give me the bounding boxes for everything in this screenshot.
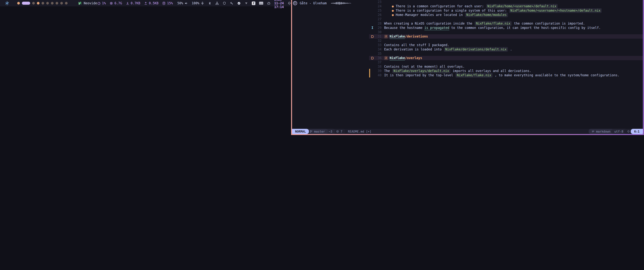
gutter-sign — [370, 69, 374, 73]
workspace-active-pill[interactable] — [22, 2, 30, 5]
check-circle-icon[interactable] — [237, 2, 241, 5]
heading-level-icon: 2 — [384, 56, 388, 60]
workspace-dot[interactable] — [17, 2, 20, 5]
line-number: 24 — [374, 4, 382, 9]
stat-cpu-load: 1% — [97, 1, 106, 5]
keyboard-icon[interactable] — [259, 2, 263, 5]
statusline-right: markdownutf-86:1 — [588, 129, 643, 134]
system-stats: 1%6.7G0.7KB0.5KB15% — [97, 1, 173, 5]
line-content: ● There is a common configuration for ea… — [382, 4, 558, 9]
system-tray: 50% 100% Z 2025-11-24 17:14 — [177, 0, 291, 9]
editor-line[interactable]: 37 — [369, 60, 643, 65]
heading2-sign-icon — [371, 57, 374, 59]
mode-indicator: NORMAL — [292, 129, 309, 134]
line-number: 32 — [374, 39, 382, 43]
gutter-sign — [370, 60, 374, 65]
line-content: Contains all the stuff I packaged. — [382, 43, 449, 47]
editor-line[interactable]: 24 ● There is a common configuration for… — [369, 4, 643, 9]
line-content: 2NixFlake/overlays — [382, 56, 422, 60]
workspace-dot[interactable] — [51, 2, 54, 5]
text-token: the common configuration is imported. — [512, 21, 585, 26]
text-token: ● — [392, 13, 394, 17]
list-icon — [592, 130, 594, 133]
gutter-sign — [370, 13, 374, 17]
line-number: 28 — [374, 21, 382, 26]
heading-level-icon: 2 — [384, 35, 388, 38]
editor-line[interactable]: 28When creating a NixOS configuration in… — [369, 21, 643, 26]
statusline-segment: README.md [+] — [346, 130, 374, 133]
editor-line[interactable]: 30 — [369, 30, 643, 34]
editor-line[interactable]: 35 — [369, 52, 643, 56]
line-number: 25 — [374, 9, 382, 13]
list-segment: markdown — [588, 129, 614, 134]
editor[interactable]: 51NixOS Configuration4I3Modular NixOS co… — [369, 0, 643, 129]
text-token: Because the hostname — [384, 26, 424, 30]
line-content: Each derivation is loaded into NixFlake/… — [382, 47, 512, 52]
disk-icon — [162, 2, 166, 5]
editor-line[interactable]: 23 — [369, 0, 643, 4]
inline-code: NixFlake/home/<username>/<hostname>/defa… — [509, 8, 602, 13]
text-token: There is a configuration for a single sy… — [394, 9, 509, 13]
editor-line[interactable]: I29Because the hostname is propagated to… — [369, 26, 643, 30]
diagnostic-info-sign: I — [372, 26, 373, 30]
keyring-icon[interactable] — [230, 2, 234, 5]
bluetooth-icon[interactable] — [208, 2, 212, 5]
line-number: 26 — [374, 13, 382, 17]
workspace-dot[interactable] — [37, 2, 40, 5]
workspace-dot[interactable] — [46, 2, 49, 5]
editor-line[interactable]: 25 ● There is a configuration for a sing… — [369, 9, 643, 13]
line-number: 40 — [374, 73, 382, 77]
gutter-sign — [370, 21, 374, 26]
inline-link[interactable]: is propagated — [424, 26, 449, 30]
zotero-icon[interactable]: Z — [252, 2, 255, 5]
editor-line[interactable]: 26 ● Home-Manager modules are located in… — [369, 13, 643, 17]
gutter-sign — [370, 43, 374, 47]
statusline-text: 6:1 — [634, 130, 640, 133]
editor-line[interactable]: 27 — [369, 17, 643, 21]
workspace-dot[interactable] — [65, 2, 68, 5]
upload-icon — [144, 2, 148, 5]
network-icon[interactable] — [215, 2, 219, 5]
bell-icon — [627, 130, 630, 133]
editor-line[interactable]: 34Each derivation is loaded into NixFlak… — [369, 47, 643, 52]
editor-line[interactable]: 39The NixFlake/overlays/default.nix impo… — [369, 69, 643, 73]
volume-indicator[interactable]: 50% — [177, 1, 188, 5]
nixos-logo-icon[interactable] — [5, 1, 9, 6]
workspace-dot[interactable] — [60, 2, 63, 5]
editor-line[interactable]: 33Contains all the stuff I packaged. — [369, 43, 643, 47]
editor-line[interactable]: 312NixFlake/derivations — [369, 34, 643, 39]
neovide-window: NEOVIM 1 README.md[1+] ~/NixFlakeconfigd… — [292, 0, 643, 134]
gutter-sign — [370, 56, 374, 60]
workspace-dot[interactable] — [42, 2, 44, 5]
bell-icon[interactable] — [288, 2, 291, 5]
workspace-indicator — [17, 2, 68, 5]
workspace-dot[interactable] — [56, 2, 58, 5]
editor-line[interactable]: 32 — [369, 39, 643, 43]
statusline-text: utf-8 — [614, 130, 623, 133]
text-token: The — [384, 69, 392, 73]
text-token — [384, 13, 392, 17]
text-token: Home-Manager modules are located in — [394, 13, 465, 17]
gutter-sign — [370, 0, 374, 4]
vpn-icon[interactable] — [244, 2, 248, 5]
workspace-dot[interactable] — [32, 2, 35, 5]
line-number: 27 — [374, 17, 382, 21]
gutter-sign — [370, 73, 374, 77]
topbar-left: Neovide — [5, 1, 97, 6]
clock[interactable]: 2025-11-24 17:14 — [274, 0, 284, 9]
editor-line[interactable]: 38Contains (not at the moment) all overl… — [369, 65, 643, 69]
statusline-text: 7 — [340, 130, 342, 133]
line-number: 37 — [374, 60, 382, 65]
editor-line[interactable]: 40It is then imported by the top-level N… — [369, 73, 643, 77]
statusline-text: markdown — [596, 130, 610, 133]
line-content: Because the hostname is propagated to th… — [382, 26, 601, 30]
ethernet-icon[interactable] — [267, 2, 270, 5]
text-token: /overlays — [405, 56, 422, 60]
text-token — [384, 4, 392, 9]
stat-memory: 6.7G — [110, 1, 122, 5]
editor-line[interactable]: 362NixFlake/overlays — [369, 56, 643, 60]
topbar-right: 1%6.7G0.7KB0.5KB15% 50% 100% Z 2025-11-2… — [97, 0, 291, 9]
mic-value: 100% — [192, 1, 200, 5]
mic-indicator[interactable]: 100% — [192, 1, 204, 5]
shield-icon[interactable] — [222, 2, 226, 5]
